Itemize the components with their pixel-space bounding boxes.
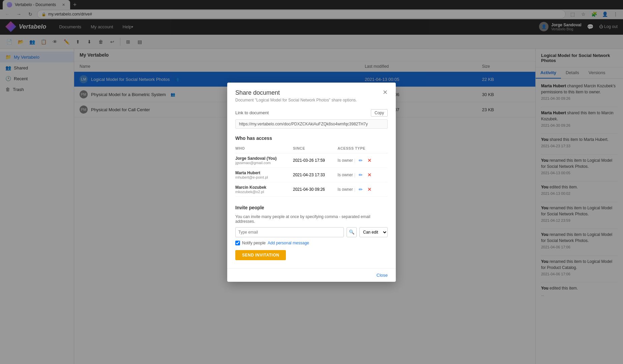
- remove-access-button[interactable]: ✕: [365, 157, 374, 164]
- access-type-label: Is owner: [337, 187, 353, 192]
- access-col-type: ACESSS TYPE: [337, 145, 388, 153]
- share-modal: Share document Document "Logical Model f…: [227, 83, 396, 282]
- access-type-cell: Is owner | ✏ ✕: [337, 182, 388, 196]
- access-since: 2021-04-30 09:26: [293, 182, 337, 196]
- access-type-label: Is owner: [337, 158, 353, 163]
- link-url-display: https://my.vertabelo.com/doc/PDXZCKAkiAu…: [235, 119, 388, 129]
- access-user: Jorge Sandoval (You) jgssimao@gmail.com: [235, 153, 293, 168]
- divider: |: [354, 158, 356, 163]
- edit-access-button[interactable]: ✏: [357, 157, 365, 164]
- edit-access-button[interactable]: ✏: [357, 186, 365, 193]
- access-title: Who has access: [235, 135, 388, 141]
- invite-row: 🔍 Can edit Can view Is owner: [235, 227, 388, 237]
- search-email-button[interactable]: 🔍: [347, 227, 357, 237]
- access-user: Marta Hubert mhubert@e-point.pl: [235, 168, 293, 182]
- access-table: WHO SINCE ACESSS TYPE Jorge Sandoval (Yo…: [235, 145, 388, 197]
- copy-link-button[interactable]: Copy: [371, 109, 388, 117]
- access-user-name: Jorge Sandoval (You): [235, 156, 293, 161]
- access-user: Marcin Kozubek mkozubek@o2.pl: [235, 182, 293, 196]
- access-actions: Is owner | ✏ ✕: [337, 172, 388, 178]
- access-user-name: Marta Hubert: [235, 171, 293, 175]
- access-actions: Is owner | ✏ ✕: [337, 157, 388, 164]
- invite-hint: You can invite many people at once by sp…: [235, 214, 388, 224]
- access-row: Jorge Sandoval (You) jgssimao@gmail.com …: [235, 153, 388, 168]
- link-section: Link to document Copy https://my.vertabe…: [235, 109, 388, 129]
- access-section: Who has access WHO SINCE ACESSS TYPE Jor…: [235, 135, 388, 197]
- access-since: 2021-03-26 17:59: [293, 153, 337, 168]
- access-user-email: mhubert@e-point.pl: [235, 175, 293, 179]
- link-label: Link to document: [235, 110, 269, 115]
- access-type-cell: Is owner | ✏ ✕: [337, 153, 388, 168]
- notify-label: Notify people: [242, 241, 266, 245]
- modal-footer: Close: [227, 268, 396, 282]
- add-message-link[interactable]: Add personal message: [268, 241, 309, 245]
- access-actions: Is owner | ✏ ✕: [337, 186, 388, 193]
- access-col-who: WHO: [235, 145, 293, 153]
- modal-close-button[interactable]: ✕: [383, 89, 388, 95]
- modal-subtitle: Document "Logical Model for Social Netwo…: [235, 98, 357, 102]
- invite-title: Invite people: [235, 205, 388, 210]
- access-type-select[interactable]: Can edit Can view Is owner: [359, 227, 388, 237]
- access-since: 2021-04-23 17:33: [293, 168, 337, 182]
- access-user-email: mkozubek@o2.pl: [235, 190, 293, 194]
- invite-section: Invite people You can invite many people…: [235, 205, 388, 260]
- modal-title: Share document: [235, 89, 357, 96]
- remove-access-button[interactable]: ✕: [365, 186, 374, 193]
- notify-row: Notify people Add personal message: [235, 241, 388, 245]
- access-user-email: jgssimao@gmail.com: [235, 161, 293, 165]
- modal-overlay[interactable]: Share document Document "Logical Model f…: [0, 0, 623, 364]
- send-invitation-button[interactable]: SEND INVITATION: [235, 250, 286, 260]
- access-col-since: SINCE: [293, 145, 337, 153]
- link-label-row: Link to document Copy: [235, 109, 388, 117]
- access-type-cell: Is owner | ✏ ✕: [337, 168, 388, 182]
- access-row: Marcin Kozubek mkozubek@o2.pl 2021-04-30…: [235, 182, 388, 196]
- access-user-name: Marcin Kozubek: [235, 185, 293, 190]
- divider: |: [354, 173, 356, 177]
- email-input[interactable]: [235, 227, 344, 237]
- modal-body: Link to document Copy https://my.vertabe…: [227, 105, 396, 268]
- divider: |: [354, 187, 356, 192]
- access-type-label: Is owner: [337, 173, 353, 177]
- access-row: Marta Hubert mhubert@e-point.pl 2021-04-…: [235, 168, 388, 182]
- close-modal-button[interactable]: Close: [377, 273, 388, 278]
- remove-access-button[interactable]: ✕: [365, 172, 374, 178]
- notify-checkbox[interactable]: [235, 241, 240, 245]
- edit-access-button[interactable]: ✏: [357, 172, 365, 178]
- modal-header: Share document Document "Logical Model f…: [227, 83, 396, 105]
